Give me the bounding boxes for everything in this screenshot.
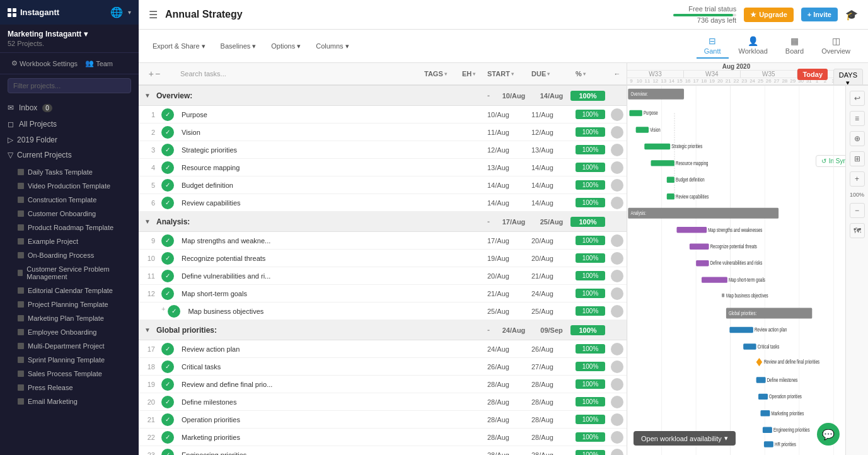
- tab-overview[interactable]: ◫ Overview: [814, 33, 858, 59]
- sidebar-project-example[interactable]: Example Project: [0, 234, 139, 248]
- add-col-btn[interactable]: +: [149, 69, 154, 79]
- days-btn[interactable]: DAYS ▾: [833, 69, 863, 86]
- sidebar-project-video[interactable]: Video Production Template: [0, 179, 139, 193]
- chat-btn[interactable]: 💬: [817, 423, 840, 446]
- add-task-icon[interactable]: +: [161, 305, 165, 318]
- sidebar-project-customer-service[interactable]: Customer Service Problem Management: [0, 262, 139, 284]
- sidebar-folder-current[interactable]: ▽ Current Projects: [0, 147, 139, 163]
- sidebar-project-roadmap[interactable]: Product Roadmap Template: [0, 221, 139, 234]
- task-check-done[interactable]: ✓: [158, 161, 178, 174]
- svg-rect-23: [676, 227, 707, 233]
- month-label: Aug 2020: [722, 63, 750, 70]
- svg-text:Map short-term goals: Map short-term goals: [729, 277, 765, 283]
- task-name[interactable]: Vision: [178, 129, 422, 136]
- sidebar-inbox[interactable]: ✉ Inbox 0: [0, 100, 139, 116]
- section-toggle[interactable]: ▼: [141, 324, 154, 337]
- task-name[interactable]: Budget definition: [178, 181, 422, 189]
- svg-rect-41: [756, 377, 766, 383]
- gantt-chart: Aug 2020 W33 W34 W35 W36: [627, 63, 868, 455]
- pct-col-header[interactable]: % ▾: [573, 70, 608, 78]
- task-name[interactable]: Define milestones: [178, 398, 422, 406]
- task-num: 18: [139, 363, 158, 371]
- tab-board[interactable]: ▦ Board: [778, 33, 811, 59]
- sidebar-project-sales[interactable]: Sales Process Template: [0, 367, 139, 381]
- task-name[interactable]: Resource mapping: [178, 164, 422, 171]
- sidebar-folder-2019[interactable]: ▷ 2019 Folder: [0, 132, 139, 147]
- hamburger-btn[interactable]: ☰: [149, 9, 158, 21]
- task-name[interactable]: Operation priorities: [178, 416, 422, 423]
- globe-icon[interactable]: 🌐: [110, 6, 123, 18]
- help-btn[interactable]: 🎓: [845, 9, 858, 21]
- svg-text:Define milestones: Define milestones: [767, 377, 798, 383]
- task-name[interactable]: Map strengths and weakne...: [178, 237, 422, 245]
- sidebar-all-projects[interactable]: ◻ All Projects: [0, 116, 139, 132]
- task-name[interactable]: Define vulnerabilities and ri...: [178, 272, 422, 280]
- team-btn[interactable]: 👥 Team: [81, 57, 117, 70]
- svg-rect-13: [644, 144, 670, 149]
- tab-gantt[interactable]: ⊟ Gantt: [697, 33, 729, 59]
- task-name[interactable]: Map business objectives: [184, 308, 422, 315]
- columns-btn[interactable]: Columns ▾: [312, 40, 352, 52]
- workspace-name[interactable]: Marketing Instagantt ▾: [8, 30, 131, 38]
- upgrade-btn[interactable]: ★ Upgrade: [744, 8, 794, 22]
- task-check-done[interactable]: ✓: [158, 197, 178, 209]
- tags-col-header[interactable]: TAGS ▾: [422, 70, 460, 78]
- sidebar-project-press[interactable]: Press Release: [0, 381, 139, 395]
- sidebar-project-multidept[interactable]: Multi-Department Project: [0, 339, 139, 353]
- sidebar-project-daily[interactable]: Daily Tasks Template: [0, 165, 139, 179]
- options-btn[interactable]: Options ▾: [267, 40, 304, 52]
- task-name[interactable]: Engineering priorities: [178, 451, 422, 456]
- section-title: Global priorities:: [154, 326, 482, 335]
- search-input[interactable]: [175, 67, 272, 80]
- task-name[interactable]: Map short-term goals: [178, 290, 422, 297]
- task-name[interactable]: Review and define final prio...: [178, 381, 422, 388]
- workbook-settings-btn[interactable]: ⚙ Workbook Settings: [8, 57, 81, 70]
- task-list-body: ▼ Overview: - 10/Aug 14/Aug 100% 1 ✓ Pur…: [139, 86, 627, 455]
- eh-col-header[interactable]: EH ▾: [460, 70, 485, 78]
- task-name[interactable]: Purpose: [178, 111, 422, 118]
- task-check-done[interactable]: ✓: [158, 126, 178, 139]
- due-col-header[interactable]: DUE ▾: [529, 70, 573, 78]
- task-pct: 100%: [576, 432, 605, 442]
- sidebar-project-construction[interactable]: Construction Template: [0, 193, 139, 207]
- sidebar-project-sprint[interactable]: Sprint Planning Template: [0, 353, 139, 367]
- table-row: 9 ✓ Map strengths and weakne... 17/Aug 2…: [139, 232, 627, 250]
- baselines-btn[interactable]: Baselines ▾: [217, 40, 260, 52]
- invite-btn[interactable]: + Invite: [801, 8, 838, 21]
- table-row: 10 ✓ Recognize potential threats 19/Aug …: [139, 250, 627, 267]
- task-due: 20/Aug: [529, 255, 573, 262]
- sidebar-project-onboarding[interactable]: Customer Onboarding: [0, 207, 139, 221]
- today-btn[interactable]: Today: [797, 69, 828, 80]
- task-name[interactable]: Review action plan: [178, 345, 422, 353]
- task-check-done[interactable]: ✓: [158, 108, 178, 121]
- section-toggle[interactable]: ▼: [141, 216, 154, 228]
- table-row: 21 ✓ Operation priorities 28/Aug 28/Aug …: [139, 411, 627, 429]
- gantt-body: ↺ In Sync ↩ ≡ ⊕ ⊞ + 100% − 🗺: [627, 86, 868, 455]
- start-col-header[interactable]: START ▾: [485, 70, 529, 78]
- workload-availability-btn[interactable]: Open workload availability ▾: [634, 431, 736, 446]
- svg-rect-43: [758, 394, 768, 400]
- sidebar-project-marketing[interactable]: Marketing Plan Template: [0, 311, 139, 325]
- sidebar-project-employee[interactable]: Employee Onboarding: [0, 325, 139, 339]
- task-name[interactable]: Review capabilities: [178, 199, 422, 207]
- task-check-done[interactable]: ✓: [158, 144, 178, 156]
- sidebar-project-onboarding-process[interactable]: On-Boarding Process: [0, 248, 139, 262]
- task-name[interactable]: Recognize potential threats: [178, 255, 422, 262]
- task-name[interactable]: Critical tasks: [178, 363, 422, 371]
- task-check-done[interactable]: ✓: [158, 179, 178, 192]
- export-share-btn[interactable]: Export & Share ▾: [149, 40, 209, 52]
- task-name[interactable]: Marketing priorities: [178, 434, 422, 441]
- sidebar-project-editorial[interactable]: Editorial Calendar Template: [0, 284, 139, 297]
- table-row: 2 ✓ Vision 11/Aug 12/Aug 100%: [139, 124, 627, 141]
- section-toggle[interactable]: ▼: [141, 89, 154, 102]
- tab-workload[interactable]: 👤 Workload: [731, 33, 775, 59]
- filter-projects-input[interactable]: [8, 78, 131, 93]
- task-pct: 100%: [576, 289, 605, 298]
- sidebar-project-email[interactable]: Email Marketing: [0, 395, 139, 408]
- subtract-col-btn[interactable]: −: [155, 69, 160, 79]
- task-name[interactable]: Strategic priorities: [178, 146, 422, 154]
- back-arrow-icon[interactable]: ←: [614, 70, 621, 78]
- project-icon: [18, 169, 24, 175]
- project-icon: [18, 329, 24, 335]
- sidebar-project-planning[interactable]: Project Planning Template: [0, 297, 139, 311]
